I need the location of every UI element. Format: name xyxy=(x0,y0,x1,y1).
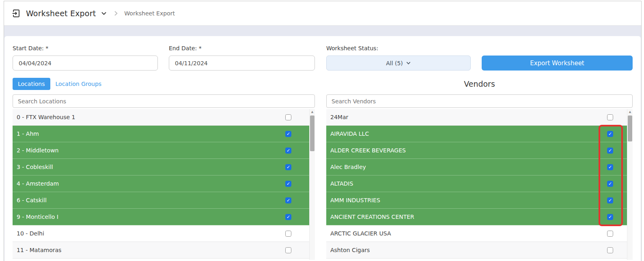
end-date-field[interactable] xyxy=(169,56,315,71)
location-row[interactable]: 9 - Monticello I ✓ xyxy=(13,209,309,225)
end-date-label: End Date: * xyxy=(169,45,315,53)
start-date-field[interactable] xyxy=(13,56,158,71)
row-checkbox[interactable]: ✓ xyxy=(285,181,291,187)
location-row[interactable]: 3 - Cobleskill ✓ xyxy=(13,159,309,175)
location-row[interactable]: 10 - Delhi xyxy=(13,225,309,242)
right-column: Worksheet Status: All (5) Export Workshe… xyxy=(326,45,633,260)
chevron-down-icon[interactable] xyxy=(101,10,107,17)
row-checkbox[interactable] xyxy=(607,231,613,237)
locations-scrollbar[interactable]: ▲ xyxy=(309,109,315,260)
chevron-down-icon xyxy=(406,60,411,66)
row-checkbox[interactable] xyxy=(285,247,291,253)
row-checkbox[interactable]: ✓ xyxy=(607,197,613,203)
vendor-row[interactable]: ARCTIC GLACIER USA xyxy=(326,225,627,242)
vendors-list: 24Mar AIRAVIDA LLC ✓ ALDER CREEK BEVERAG… xyxy=(326,109,633,260)
vendor-row[interactable]: 24Mar xyxy=(326,109,627,126)
row-checkbox[interactable] xyxy=(285,114,291,120)
worksheet-export-icon xyxy=(11,9,21,18)
row-checkbox[interactable]: ✓ xyxy=(285,197,291,203)
row-checkbox[interactable]: ✓ xyxy=(607,181,613,187)
location-row[interactable]: 11 - Matamoras xyxy=(13,242,309,259)
left-column: Start Date: * End Date: * Locations Loca… xyxy=(13,45,315,260)
search-vendors-input[interactable] xyxy=(326,94,633,108)
row-checkbox[interactable]: ✓ xyxy=(607,164,613,170)
chevron-right-icon xyxy=(114,11,118,16)
row-checkbox[interactable]: ✓ xyxy=(607,148,613,154)
location-row[interactable]: 0 - FTX Warehouse 1 xyxy=(13,109,309,126)
export-worksheet-button[interactable]: Export Worksheet xyxy=(482,56,633,71)
vendor-row[interactable]: ALDER CREEK BEVERAGES ✓ xyxy=(326,142,627,159)
row-checkbox[interactable]: ✓ xyxy=(285,164,291,170)
row-checkbox[interactable] xyxy=(607,114,613,120)
breadcrumb: Worksheet Export xyxy=(124,10,175,17)
row-checkbox[interactable]: ✓ xyxy=(607,131,613,137)
locations-scrollbar-thumb[interactable] xyxy=(310,116,314,151)
locations-list: 0 - FTX Warehouse 1 1 - Ahm ✓ 2 - Middle… xyxy=(13,109,315,260)
vendors-heading: Vendors xyxy=(326,77,633,90)
scroll-up-icon[interactable]: ▲ xyxy=(627,110,633,113)
search-locations-input[interactable] xyxy=(13,94,315,108)
content-card: Start Date: * End Date: * Locations Loca… xyxy=(4,36,641,261)
page-title: Worksheet Export xyxy=(26,9,96,18)
app-window: Worksheet Export Worksheet Export Start … xyxy=(4,1,642,261)
header: Worksheet Export Worksheet Export xyxy=(4,1,641,26)
worksheet-status-value: All (5) xyxy=(386,60,403,66)
vendor-row[interactable]: AMM INDUSTRIES ✓ xyxy=(326,192,627,209)
scroll-up-icon[interactable]: ▲ xyxy=(310,110,315,113)
location-row[interactable]: 1 - Ahm ✓ xyxy=(13,126,309,142)
worksheet-status-dropdown[interactable]: All (5) xyxy=(326,56,471,71)
tab-location-groups[interactable]: Location Groups xyxy=(50,78,107,90)
vendors-scrollbar-thumb[interactable] xyxy=(628,116,632,141)
page-background: Start Date: * End Date: * Locations Loca… xyxy=(4,26,641,261)
location-row[interactable]: 4 - Amsterdam ✓ xyxy=(13,175,309,192)
row-checkbox[interactable]: ✓ xyxy=(285,148,291,154)
start-date-label: Start Date: * xyxy=(13,45,158,53)
location-row[interactable]: 2 - Middletown ✓ xyxy=(13,142,309,159)
row-checkbox[interactable] xyxy=(607,247,613,253)
vendor-row[interactable]: AIRAVIDA LLC ✓ xyxy=(326,126,627,142)
vendor-row[interactable]: Ashton Cigars xyxy=(326,242,627,259)
tab-locations[interactable]: Locations xyxy=(13,78,50,90)
vendors-scrollbar[interactable]: ▲ xyxy=(627,109,633,260)
vendor-row[interactable]: Alec Bradley ✓ xyxy=(326,159,627,175)
row-checkbox[interactable]: ✓ xyxy=(607,214,613,220)
location-row[interactable]: 6 - Catskill ✓ xyxy=(13,192,309,209)
vendor-row[interactable]: ALTADIS ✓ xyxy=(326,175,627,192)
vendor-row[interactable]: ANCIENT CREATIONS CENTER ✓ xyxy=(326,209,627,225)
worksheet-status-label: Worksheet Status: xyxy=(326,45,471,53)
row-checkbox[interactable] xyxy=(285,231,291,237)
row-checkbox[interactable]: ✓ xyxy=(285,214,291,220)
location-tabs: Locations Location Groups xyxy=(13,77,315,90)
row-checkbox[interactable]: ✓ xyxy=(285,131,291,137)
